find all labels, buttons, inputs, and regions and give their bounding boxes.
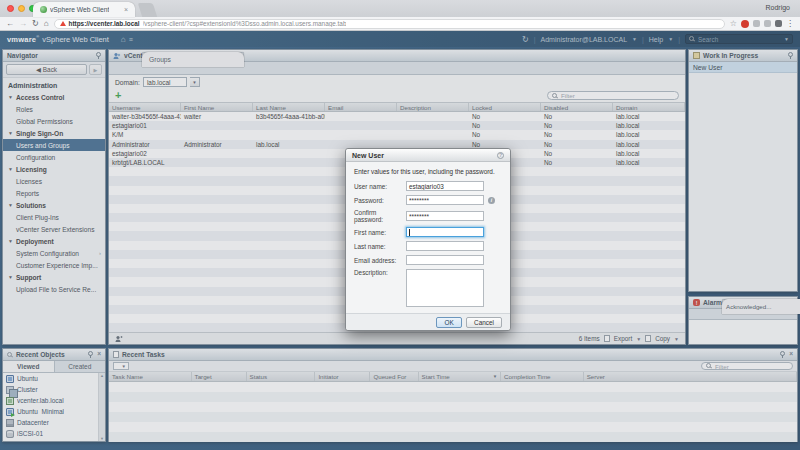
dialog-field-row: Last name: <box>346 239 510 253</box>
browser-reload-icon[interactable]: ↻ <box>32 20 39 28</box>
browser-forward-icon[interactable]: → <box>19 20 27 28</box>
dialog-field-row: Email address: <box>346 253 510 267</box>
browser-extensions: ☆ ⋮ <box>730 19 794 28</box>
ok-button[interactable]: OK <box>436 317 462 328</box>
dialog-title: New User <box>352 152 384 159</box>
extension-icon[interactable] <box>753 20 760 27</box>
email-address-field[interactable] <box>406 255 484 265</box>
first-name-field[interactable] <box>406 227 484 237</box>
window-minimize-button[interactable] <box>18 5 25 12</box>
dialog-title-bar[interactable]: New User ? <box>346 149 510 162</box>
address-bar[interactable]: https://vcenter.lab.local/vsphere-client… <box>54 19 725 29</box>
window-controls <box>7 5 36 12</box>
browser-back-icon[interactable]: ← <box>6 20 14 28</box>
dialog-instruction: Enter values for this user, including th… <box>346 162 510 179</box>
field-label: Email address: <box>354 257 406 264</box>
confirm-password-field[interactable]: ******** <box>406 211 484 221</box>
description-field[interactable] <box>406 269 484 307</box>
new-tab-button[interactable] <box>138 3 158 17</box>
url-path: /vsphere-client/?csp#extensionId%3Dsso.a… <box>143 20 347 27</box>
browser-tab-bar: vSphere Web Client × Rodrigo <box>0 0 800 17</box>
field-label: Password: <box>354 197 406 204</box>
dialog-field-row: Confirm password:******** <box>346 207 510 225</box>
dialog-field-row: Password:********i <box>346 193 510 207</box>
ssl-warning-icon[interactable] <box>60 21 66 26</box>
extension-icon[interactable] <box>764 20 771 27</box>
dialog-fields: User name:estagiario03Password:********i… <box>346 179 510 309</box>
tab-title: vSphere Web Client <box>50 6 109 13</box>
tab-close-icon[interactable]: × <box>124 6 128 13</box>
window-close-button[interactable] <box>7 5 14 12</box>
browser-profile-name: Rodrigo <box>765 4 790 11</box>
field-label: User name: <box>354 183 406 190</box>
extension-icon[interactable] <box>741 20 749 28</box>
dialog-help-icon[interactable]: ? <box>497 152 504 159</box>
browser-menu-icon[interactable]: ⋮ <box>786 19 794 28</box>
last-name-field[interactable] <box>406 241 484 251</box>
browser-tab[interactable]: vSphere Web Client × <box>33 2 135 17</box>
field-label: Last name: <box>354 243 406 250</box>
field-label: Confirm password: <box>354 209 406 223</box>
bookmark-star-icon[interactable]: ☆ <box>730 19 737 28</box>
dialog-field-row: First name: <box>346 225 510 239</box>
new-user-dialog: New User ? Enter values for this user, i… <box>345 148 511 331</box>
info-icon: i <box>488 197 495 204</box>
browser-home-icon[interactable]: ⌂ <box>44 20 49 28</box>
user-name-field[interactable]: estagiario03 <box>406 181 484 191</box>
password-field[interactable]: ******** <box>406 195 484 205</box>
extension-icon[interactable] <box>775 20 782 27</box>
text-caret <box>409 229 410 236</box>
browser-url-bar: ← → ↻ ⌂ https://vcenter.lab.local/vspher… <box>0 17 800 31</box>
browser-chrome: vSphere Web Client × Rodrigo ← → ↻ ⌂ htt… <box>0 0 800 31</box>
dialog-footer: OK Cancel <box>346 313 510 330</box>
tab-favicon-icon <box>40 6 47 13</box>
url-host: https://vcenter.lab.local <box>69 20 140 27</box>
cancel-button[interactable]: Cancel <box>466 317 502 328</box>
dialog-field-row: Description: <box>346 267 510 309</box>
field-label: Description: <box>354 269 406 276</box>
dialog-field-row: User name:estagiario03 <box>346 179 510 193</box>
field-label: First name: <box>354 229 406 236</box>
